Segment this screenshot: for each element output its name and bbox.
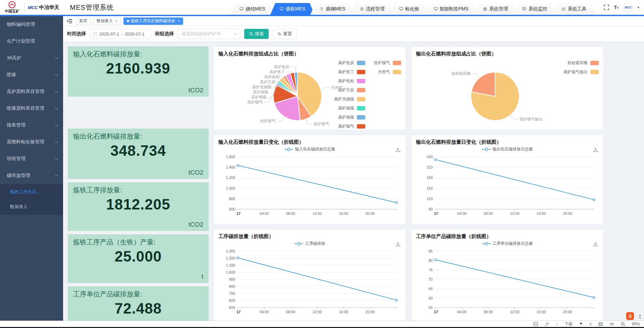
data-point[interactable] (237, 165, 239, 167)
svg-text:08:00: 08:00 (484, 212, 493, 216)
svg-text:70: 70 (429, 277, 433, 281)
nav-tab-steelmaking-mes[interactable]: 炼钢MES (310, 3, 355, 15)
download-icon[interactable] (593, 241, 598, 248)
download-icon[interactable] (395, 241, 400, 248)
legend-item[interactable]: 高炉烟煤 (338, 105, 365, 111)
sidebar-item-coal-injection[interactable]: 喷煤 (0, 66, 63, 83)
sidebar-subitem-ironmaking-fossil[interactable]: 炼铁工序化石... (0, 185, 63, 199)
legend-item[interactable]: 高炉焦粉 (338, 78, 365, 84)
nav-tab-ironmaking-mes[interactable]: 炼铁MES (270, 3, 315, 15)
line-legend[interactable]: 工序碳排放 (218, 241, 401, 246)
search-button[interactable]: 搜索 (244, 29, 269, 39)
tab-data-entry[interactable]: 数据录入 × (93, 17, 121, 25)
legend-swatch (357, 61, 365, 65)
browser-e-icon[interactable]: e (590, 321, 592, 327)
sidebar-item-fuel-inspection[interactable]: 原燃料检化验管理 (0, 134, 63, 150)
monitor-icon (280, 7, 284, 11)
tab-ironmaking-fossil-carbon[interactable]: 炼铁工序化石燃料碳排放 × (123, 17, 183, 25)
download-label[interactable]: 下载 (565, 321, 573, 327)
sogou-ime-badge[interactable]: S (626, 312, 634, 320)
close-icon[interactable]: × (177, 19, 180, 24)
font-size-icon[interactable]: TT (614, 5, 619, 10)
legend-marker-icon (482, 148, 491, 151)
data-point[interactable] (237, 257, 239, 259)
image-icon[interactable] (533, 322, 538, 326)
line-legend[interactable]: 工序单位碳排放日总量 (416, 241, 599, 246)
data-point[interactable] (395, 299, 397, 301)
stat-label: 炼铁工序产品（生铁）产量: (73, 238, 203, 247)
tab-home[interactable]: 首页 (76, 17, 91, 25)
svg-text:16:00: 16:00 (537, 310, 546, 314)
sidebar-item-carbon-emission-mgmt[interactable]: 碳排放管理 (0, 167, 63, 184)
sidebar-item-coal-raw-material-inventory[interactable]: 喷煤原料库存管理 (0, 100, 63, 117)
svg-text:04:00: 04:00 (260, 212, 269, 216)
legend-item[interactable]: 高炉兰炭 (338, 87, 365, 93)
data-point[interactable] (434, 259, 436, 261)
line-legend[interactable]: 输入化石碳排放日总量 (218, 146, 401, 152)
flag-icon[interactable]: ⚑ (579, 322, 583, 326)
reset-button[interactable]: ↻ 重置 (273, 29, 297, 39)
close-icon[interactable]: × (115, 19, 117, 24)
speaker-icon[interactable] (609, 322, 614, 326)
stat-label: 工序单位产品碳排放量: (73, 290, 203, 299)
data-point[interactable] (593, 296, 595, 298)
svg-text:80: 80 (429, 259, 433, 263)
pie-label: 焦粉返回量 (451, 72, 471, 76)
window-icon[interactable] (598, 322, 603, 326)
sidebar-item-material-coding[interactable]: 物料编码管理 (0, 16, 63, 33)
legend-item[interactable]: 焦粉返回量 (568, 60, 599, 66)
legend-item[interactable]: 高炉褐煤 (338, 114, 365, 120)
download-arrow-icon[interactable]: ↓ (556, 322, 558, 326)
user-avatar[interactable]: MCC (623, 3, 633, 12)
legend-item[interactable]: 高炉焦炭 (338, 60, 365, 66)
sidebar-item-report-mgmt[interactable]: 报表管理 (0, 117, 63, 134)
date-range-input[interactable]: 2025-07-1 - 2025-07-1 (90, 29, 151, 39)
sidebar-item-bf-raw-material-inventory[interactable]: 高炉原料库存管理 (0, 83, 63, 100)
ime-toggle-icon[interactable]: ▴▾ (639, 314, 641, 319)
line-legend[interactable]: 输出化石碳排放日总量 (416, 146, 599, 152)
zoom-search-icon[interactable] (621, 322, 625, 326)
zoom-level-label[interactable]: 90% (632, 322, 640, 326)
unit-product-line-chart: 556065707580851704:0008:0012:0016:0020:0… (416, 246, 599, 317)
data-point[interactable] (434, 158, 436, 160)
legend-item[interactable]: 高炉焦丁 (338, 69, 365, 75)
sidebar-item-team-mgmt[interactable]: 班组管理 (0, 150, 63, 167)
nav-tab-system-tools[interactable]: 系统工具 (552, 3, 596, 15)
data-point[interactable] (593, 199, 595, 201)
monitor-icon (434, 7, 438, 11)
svg-text:08:00: 08:00 (484, 310, 493, 314)
nav-tab-lab-test[interactable]: 检化验 (390, 3, 429, 15)
legend-item[interactable]: 高炉煤气输出 (564, 69, 599, 75)
chevron-down-icon[interactable]: ▾ (637, 5, 639, 10)
pin-icon[interactable] (545, 322, 549, 326)
legend-item[interactable]: 高炉煤气 (338, 124, 365, 129)
nav-tab-label: 炼钢MES (326, 6, 345, 12)
download-icon[interactable] (395, 147, 400, 153)
download-icon[interactable] (593, 147, 598, 153)
nav-tab-process-mgmt[interactable]: 流程管理 (351, 3, 394, 15)
data-point[interactable] (395, 202, 397, 204)
sidebar-item-blast-furnace-3[interactable]: 3#高炉 (0, 50, 63, 66)
pie-label: 高炉褐煤 (251, 95, 267, 99)
pie-legend: 高炉焦炭高炉焦丁高炉焦粉高炉兰炭高炉无烟煤高炉烟煤高炉褐煤高炉煤气转炉煤气焦炉煤… (334, 60, 401, 130)
nav-tab-smart-pms[interactable]: 智能制造PMS (424, 3, 478, 15)
sidebar-subitem-data-entry[interactable]: 数据录入 (0, 199, 63, 214)
nav-tab-sinter-mes[interactable]: 烧结MES (230, 3, 274, 15)
group-select[interactable]: 请选择实际转炉炉号 (178, 29, 240, 39)
legend-item[interactable]: 天然气 (378, 69, 401, 75)
sidebar-collapse-icon[interactable] (66, 19, 72, 24)
svg-text:12:00: 12:00 (313, 310, 322, 314)
nav-tab-system-mgmt[interactable]: ⚙ 系统管理 (474, 3, 518, 15)
svg-text:20:00: 20:00 (365, 212, 375, 216)
sidebar-item-production-plan[interactable]: 生产计划管理 (0, 33, 63, 50)
fullscreen-icon[interactable] (604, 5, 609, 10)
chevron-up-icon (55, 175, 58, 178)
pie-label: 转炉煤气 (260, 119, 276, 123)
legend-item[interactable]: 高炉无烟煤 (334, 96, 365, 102)
filter-bar: 时间选择 2025-07-1 - 2025-07-1 班组选择 请选择实际转炉炉… (63, 26, 644, 42)
dashboard: 输入化石燃料碳排放量: 2160.939 tCO2 输出化石燃料碳排放量: 34… (63, 42, 644, 322)
legend-item[interactable]: 焦炉煤气 (374, 60, 401, 66)
nav-tab-system-monitor[interactable]: 系统监控 (513, 3, 556, 15)
chart-title: 输入化石燃料排放量日变化（折线图） (218, 139, 401, 145)
chevron-down-icon (55, 140, 58, 143)
